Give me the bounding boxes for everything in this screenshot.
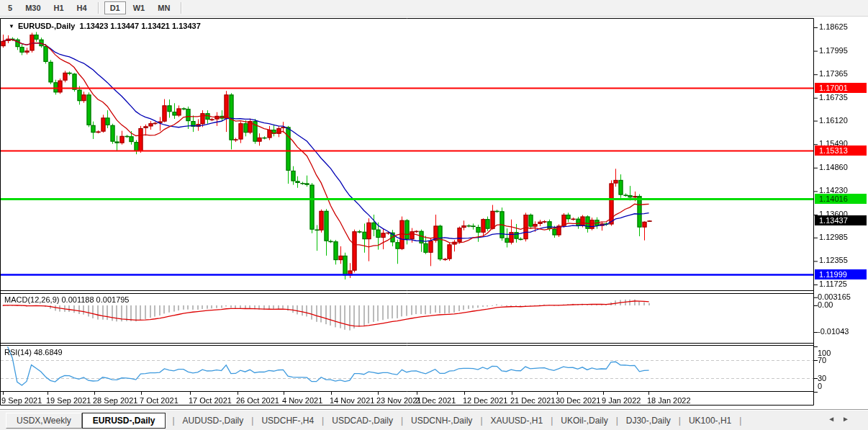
ohlc-open: 1.13423	[80, 22, 109, 30]
timeframe-buttons: 5M30H1H4D1W1MN	[1, 1, 186, 14]
date-label: 4 Nov 2021	[282, 396, 322, 405]
timeframe-button-h1[interactable]: H1	[48, 1, 70, 14]
symbol-label: EURUSD-,Daily	[18, 22, 75, 30]
date-label: 9 Sep 2021	[1, 396, 42, 405]
chart-title: ▼EURUSD-,Daily 1.13423 1.13447 1.13421 1…	[9, 22, 201, 30]
chart-canvas[interactable]	[0, 18, 868, 406]
timeframe-button-h4[interactable]: H4	[71, 1, 93, 14]
tab-separator: |	[322, 416, 324, 426]
ohlc-low: 1.13421	[141, 22, 170, 30]
tab-ukoil-daily[interactable]: UKOil-,Daily	[559, 413, 609, 428]
date-label: 28 Sep 2021	[93, 396, 137, 405]
chevron-down-icon[interactable]: ▼	[9, 23, 14, 30]
ohlc-close: 1.13437	[172, 22, 201, 30]
price-tick-label: 1.18625	[819, 22, 848, 31]
timeframe-button-d1[interactable]: D1	[104, 1, 126, 14]
date-label: 21 Dec 2021	[510, 396, 555, 405]
tab-separator: |	[551, 416, 553, 426]
tab-eurusd-daily[interactable]: EURUSD-,Daily	[82, 413, 166, 429]
tab-scroll-right-icon[interactable]: ►	[842, 415, 856, 423]
date-label: 7 Oct 2021	[140, 396, 178, 405]
tab-separator: |	[679, 416, 681, 426]
tab-separator: |	[251, 416, 253, 426]
date-label: 30 Dec 2021	[556, 396, 600, 405]
timeframe-button-w1[interactable]: W1	[127, 1, 151, 14]
rsi-tick-label: 0	[818, 382, 822, 390]
timeframe-button-mn[interactable]: MN	[152, 1, 176, 14]
macd-tick-label: -0.01043	[818, 327, 849, 336]
tab-audusd-daily[interactable]: AUDUSD-,Daily	[181, 413, 245, 428]
tab-separator: |	[480, 416, 482, 426]
price-tag-1.17001: 1.17001	[815, 83, 867, 93]
symbol-tabs: USDX,WeeklyEURUSD-,Daily|AUDUSD-,Daily|U…	[0, 413, 748, 429]
price-tick-label: 1.17365	[819, 69, 848, 78]
tab-usdcnh-daily[interactable]: USDCNH-,Daily	[410, 413, 474, 428]
timeframe-toolbar: 5M30H1H4D1W1MN	[0, 0, 868, 17]
price-tick-label: 1.16735	[819, 93, 848, 102]
date-label: 14 Nov 2021	[330, 396, 374, 405]
price-tag-1.11999: 1.11999	[815, 269, 867, 279]
macd-header: MACD(12,26,9) 0.001188 0.001795	[4, 295, 129, 304]
tab-separator: |	[616, 416, 618, 426]
rsi-tick-label: 70	[818, 356, 826, 364]
tab-scroll-left-icon[interactable]: ◄	[828, 415, 842, 423]
macd-tick-label: 0.00	[818, 300, 833, 309]
toolbar-separator	[98, 2, 99, 14]
symbol-tabbar: USDX,WeeklyEURUSD-,Daily|AUDUSD-,Daily|U…	[0, 409, 868, 430]
price-tick-label: 1.17995	[819, 46, 848, 55]
date-label: 9 Jan 2022	[602, 396, 641, 405]
price-tick-label: 1.16120	[819, 116, 848, 125]
price-tick-label: 1.12355	[819, 256, 848, 264]
rsi-header: RSI(14) 48.6849	[4, 348, 63, 357]
price-tag-1.15313: 1.15313	[815, 145, 867, 156]
price-tick-label: 1.14860	[819, 163, 848, 171]
date-label: 12 Dec 2021	[463, 396, 507, 405]
date-label: 18 Jan 2022	[647, 396, 691, 405]
macd-tick-label: 0.003165	[818, 292, 851, 301]
date-label: 19 Sep 2021	[46, 396, 91, 405]
ohlc-high: 1.13447	[110, 22, 139, 30]
tab-separator: |	[739, 416, 741, 426]
price-tick-label: 1.11725	[819, 279, 847, 288]
price-tag-1.13437: 1.13437	[815, 215, 867, 225]
tab-usdx-weekly[interactable]: USDX,Weekly	[6, 413, 82, 429]
mt4-window: 5M30H1H4D1W1MN ▼EURUSD-,Daily 1.13423 1.…	[0, 0, 868, 430]
timeframe-button-5[interactable]: 5	[2, 1, 18, 14]
date-label: 17 Oct 2021	[189, 396, 232, 405]
toolbar-separator	[181, 2, 182, 14]
price-tag-1.14016: 1.14016	[815, 194, 867, 204]
tab-usdchf-h4[interactable]: USDCHF-,H4	[260, 413, 315, 428]
tab-separator: |	[401, 416, 403, 426]
price-tick-label: 1.12985	[819, 233, 848, 241]
tab-separator: |	[172, 416, 174, 426]
tab-uk100-h1[interactable]: UK100-,H1	[687, 413, 733, 428]
tab-xauusd-h1[interactable]: XAUUSD-,H1	[489, 413, 545, 428]
tab-dj30-daily[interactable]: DJ30-,Daily	[625, 413, 672, 428]
timeframe-button-m30[interactable]: M30	[19, 1, 46, 14]
date-label: 26 Oct 2021	[236, 396, 279, 405]
tab-usdcad-daily[interactable]: USDCAD-,Daily	[330, 413, 394, 428]
date-label: 2 Dec 2021	[415, 396, 456, 405]
